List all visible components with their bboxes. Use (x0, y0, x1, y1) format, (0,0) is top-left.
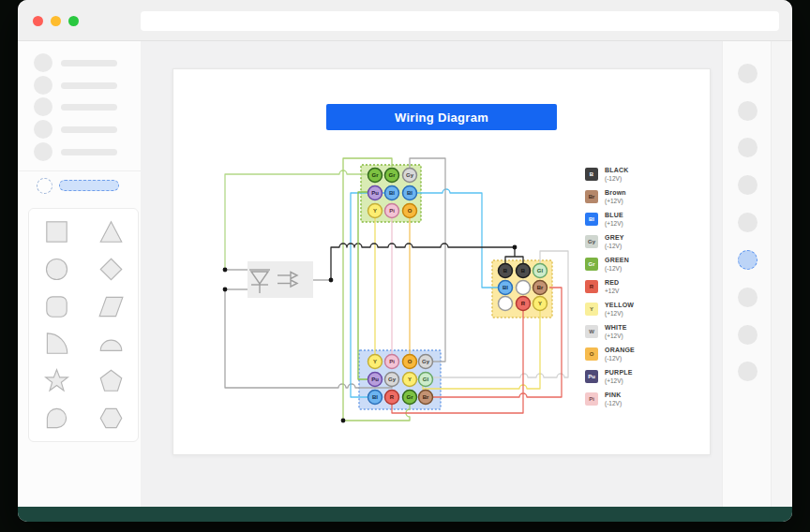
shape-tool-diamond[interactable] (90, 255, 131, 283)
rail-item[interactable] (738, 64, 758, 83)
pin-label: Bl (407, 190, 412, 196)
rail-item[interactable] (738, 175, 758, 195)
legend-color-name: GREEN (605, 257, 629, 263)
rail-item[interactable] (738, 325, 758, 345)
junction-dot (223, 268, 228, 273)
shape-tool-hexagon[interactable] (90, 404, 131, 432)
quarter-circle-icon (44, 331, 69, 356)
sidebar-menu-item[interactable] (18, 142, 141, 162)
legend-swatch: R (585, 280, 598, 293)
sidebar-menu-item[interactable] (18, 120, 141, 140)
teardrop-icon (44, 406, 69, 431)
menu-item-icon-placeholder (34, 120, 52, 139)
shape-tool-quarter-circle[interactable] (36, 330, 77, 358)
pin-label: Gr (371, 172, 379, 178)
diagram-page[interactable]: Wiring Diagram GrGrGyPuBlBlYPiOBBGlBlBrR… (172, 68, 711, 455)
rail-item[interactable] (738, 362, 758, 381)
pin-label: Gy (422, 359, 430, 364)
pin-label: Pu (371, 190, 379, 196)
menu-item-icon-placeholder (34, 142, 52, 161)
rounded-square-icon (44, 294, 69, 319)
semicircle-icon (98, 331, 124, 356)
shape-tool-circle[interactable] (36, 255, 77, 283)
legend-item-blue: BlBLUE(+12V) (585, 211, 698, 231)
dashed-circle-placeholder[interactable] (37, 178, 52, 194)
menu-item-label-placeholder (61, 126, 117, 133)
wire-cyan-right[interactable] (417, 189, 498, 288)
pin-label: B (503, 268, 508, 273)
shape-tool-triangle[interactable] (90, 218, 131, 246)
legend-item-black: BBLACK(-12V) (585, 166, 698, 186)
pin-label: Gr (406, 394, 413, 400)
junction-dot (329, 278, 334, 283)
menu-item-label-placeholder (61, 104, 117, 111)
sidebar-menu-item[interactable] (18, 97, 141, 117)
legend-swatch: B (585, 168, 598, 181)
sidebar-menu-item[interactable] (18, 76, 141, 96)
triangle-icon (98, 219, 124, 244)
sidebar-menu-item[interactable] (18, 53, 141, 73)
legend-item-grey: GyGREY(-12V) (585, 233, 698, 254)
rail-item[interactable] (738, 288, 758, 307)
legend-item-yellow: YYELLOW(+12V) (585, 301, 698, 321)
legend-color-name: GREY (605, 234, 624, 241)
circle-icon (44, 257, 69, 282)
legend-item-brown: BrBrown(+12V) (585, 188, 698, 209)
legend-voltage: (+12V) (605, 332, 623, 339)
shape-tool-pentagon[interactable] (90, 367, 131, 395)
rail-item[interactable] (738, 101, 758, 121)
legend-item-purple: PuPURPLE(+12V) (585, 368, 698, 389)
wire-green-to-component[interactable] (225, 170, 368, 270)
hexagon-icon (98, 406, 124, 431)
legend-swatch: Br (585, 190, 598, 203)
legend-item-orange: OORANGE(-12V) (585, 346, 698, 366)
legend-color-name: BLACK (605, 167, 629, 173)
pin-label: Bl (389, 190, 395, 196)
pin-label: O (408, 208, 412, 214)
shape-tool-rounded-square[interactable] (36, 292, 77, 320)
left-sidebar (18, 41, 142, 507)
legend-color-name: PURPLE (605, 369, 633, 376)
pin-label: Br (537, 285, 544, 290)
shape-tool-semicircle[interactable] (90, 330, 131, 358)
menu-item-label-placeholder (61, 149, 117, 155)
pin-label: Pi (389, 359, 395, 364)
rail-item[interactable] (738, 213, 758, 232)
selected-pill-placeholder[interactable] (59, 180, 119, 191)
pin-label: Gl (537, 268, 544, 273)
window-footer-bar (18, 507, 792, 522)
square-icon (44, 219, 69, 244)
legend-voltage: (-12V) (605, 265, 622, 272)
pin-label: B (521, 268, 526, 273)
sidebar-divider (18, 170, 141, 171)
window-titlebar (18, 0, 792, 41)
legend-color-name: ORANGE (605, 347, 635, 353)
rail-item-active[interactable] (738, 250, 758, 270)
menu-item-icon-placeholder (34, 97, 52, 116)
legend-voltage: +12V (605, 288, 619, 294)
legend-item-white: WWHITE(+12V) (585, 323, 698, 344)
close-button[interactable] (33, 16, 43, 26)
pin-label: Y (373, 359, 377, 364)
shape-tool-parallelogram[interactable] (90, 292, 131, 320)
pin-label: Gy (406, 172, 414, 178)
shape-tool-teardrop[interactable] (36, 404, 77, 432)
legend-swatch: O (585, 347, 598, 361)
junction-dot (341, 419, 346, 423)
legend-item-green: GrGREEN(-12V) (585, 256, 698, 276)
right-rail (722, 41, 772, 507)
legend-color-name: YELLOW (605, 302, 634, 308)
shape-tool-square[interactable] (36, 218, 77, 246)
maximize-button[interactable] (68, 16, 79, 26)
rail-item[interactable] (738, 138, 758, 157)
pin-white[interactable] (517, 281, 531, 295)
desktop-background: Wiring Diagram GrGrGyPuBlBlYPiOBBGlBlBrR… (0, 0, 810, 532)
pin-white[interactable] (499, 297, 513, 311)
legend-swatch: Bl (585, 213, 598, 226)
legend-voltage: (+12V) (605, 310, 623, 317)
shape-tool-star[interactable] (36, 367, 77, 395)
pin-label: Bl (502, 285, 508, 290)
pin-label: Pi (389, 208, 395, 214)
address-bar[interactable] (141, 11, 779, 31)
minimize-button[interactable] (51, 16, 61, 26)
